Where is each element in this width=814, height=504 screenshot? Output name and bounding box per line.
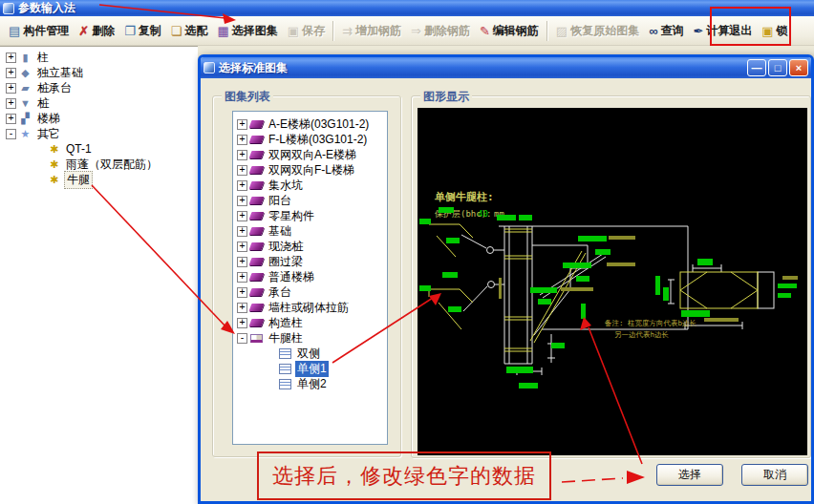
exp-plus[interactable] — [237, 318, 247, 328]
atlas-item-label: 牛腿柱 — [267, 330, 305, 346]
atlas-tree-item[interactable]: 基础 — [233, 223, 387, 239]
atlas-tree-item[interactable]: 普通楼梯 — [233, 269, 387, 284]
toolbar-separator — [332, 21, 334, 41]
atlas-tree-item[interactable]: 圈过梁 — [233, 254, 387, 269]
tree-item[interactable]: 独立基础 — [0, 65, 198, 80]
tree-item[interactable]: 牛腿 — [0, 172, 198, 187]
atlas-tree[interactable]: A-E楼梯(03G101-2) F-L楼梯(03G101-2) 双网双向A-E楼… — [232, 111, 388, 445]
calc-exit-icon — [693, 25, 703, 37]
close-button[interactable]: × — [789, 59, 808, 76]
app-icon — [3, 3, 14, 14]
minimize-button[interactable]: — — [747, 59, 766, 76]
select-atlas-icon — [218, 25, 229, 37]
tree-item[interactable]: 其它 — [0, 126, 198, 141]
exp-plus[interactable] — [6, 114, 16, 124]
atlas-tree-item[interactable]: 现浇桩 — [233, 239, 387, 254]
select-standard-atlas-dialog: 选择标准图集 — □ × 图集列表 A-E楼梯(03G101-2) F — [198, 54, 814, 504]
toolbar-button[interactable]: 计算退出 — [688, 20, 757, 42]
toolbar-button[interactable]: 删除钢筋 — [406, 20, 475, 42]
atlas-tree-item[interactable]: 集水坑 — [233, 178, 387, 193]
atlas-tree-item[interactable]: 承台 — [233, 284, 387, 300]
part-icon — [48, 159, 60, 170]
toolbar-button[interactable]: 编辑钢筋 — [475, 20, 544, 42]
tree-item[interactable]: QT-1 — [0, 141, 198, 157]
atlas-tree-item[interactable]: 双网双向A-E楼梯 — [233, 147, 387, 162]
toolbar-button[interactable]: 查询 — [644, 20, 688, 42]
toolbar-button-label: 恢复原始图集 — [570, 23, 639, 39]
atlas-tree-item[interactable]: 单侧1 — [233, 361, 387, 376]
delete-icon — [78, 25, 89, 37]
toolbar-button[interactable]: 删除 — [74, 20, 119, 42]
exp-minus[interactable] — [237, 333, 247, 344]
cad-note-line1: 备注: 柱宽度方向代表b边长 — [605, 319, 696, 327]
atlas-tree-item[interactable]: 单侧2 — [233, 376, 387, 391]
cancel-button[interactable]: 取消 — [741, 464, 808, 486]
toolbar-separator — [546, 21, 548, 41]
atlas-tree-item[interactable]: 墙柱或砌体拉筋 — [233, 300, 387, 315]
exp-plus[interactable] — [6, 68, 16, 78]
search-icon — [649, 25, 657, 37]
exp-minus[interactable] — [6, 129, 16, 139]
atlas-tree-item[interactable]: F-L楼梯(03G101-2) — [233, 132, 387, 147]
exp-plus[interactable] — [237, 135, 247, 145]
toolbar-button[interactable]: 保存 — [283, 20, 330, 42]
exp-plus[interactable] — [237, 226, 247, 237]
toolbar-button[interactable]: 构件管理 — [4, 20, 74, 42]
exp-plus[interactable] — [237, 150, 247, 160]
exp-plus[interactable] — [237, 211, 247, 221]
add-rebar-icon — [342, 25, 353, 37]
atlas-tree-item[interactable]: 双网双向F-L楼梯 — [233, 162, 387, 178]
atlas-tree-item[interactable]: A-E楼梯(03G101-2) — [233, 116, 387, 132]
book-icon — [249, 319, 265, 326]
toolbar-button[interactable]: 复制 — [119, 20, 166, 42]
exp-plus[interactable] — [237, 242, 247, 252]
atlas-tree-item[interactable]: 牛腿柱 — [233, 330, 387, 346]
exp-plus[interactable] — [237, 119, 247, 130]
tree-item[interactable]: 桩 — [0, 95, 198, 111]
dialog-body: 图集列表 A-E楼梯(03G101-2) F-L楼梯(03G101-2) — [201, 78, 811, 501]
atlas-item-label: 双网双向A-E楼梯 — [267, 147, 358, 163]
atlas-tree-item[interactable]: 构造柱 — [233, 315, 387, 330]
maximize-button[interactable]: □ — [768, 59, 787, 76]
doc-icon — [279, 364, 291, 374]
open-book-icon — [250, 334, 263, 343]
atlas-tree-item[interactable]: 阳台 — [233, 193, 387, 208]
cad-cover-value: 40 — [478, 209, 488, 219]
dialog-titlebar: 选择标准图集 — □ × — [201, 57, 811, 78]
atlas-item-label: 零星构件 — [267, 208, 316, 224]
toolbar-button-label: 构件管理 — [23, 23, 69, 39]
exp-plus[interactable] — [237, 287, 247, 298]
tree-item[interactable]: 楼梯 — [0, 111, 198, 126]
toolbar-button-label: 删除 — [92, 23, 115, 39]
book-icon — [249, 197, 265, 204]
tree-item-label: 牛腿 — [64, 171, 93, 189]
exp-plus[interactable] — [237, 257, 247, 267]
dialog-icon — [204, 62, 215, 74]
atlas-item-label: 单侧2 — [295, 376, 329, 392]
atlas-item-label: 集水坑 — [267, 178, 305, 194]
exp-plus[interactable] — [6, 98, 16, 109]
atlas-tree-item[interactable]: 双侧 — [233, 346, 387, 361]
component-manage-icon — [9, 25, 20, 37]
part-icon — [48, 175, 60, 185]
tree-item[interactable]: 柱 — [0, 50, 198, 65]
toolbar-button-label: 锁 — [777, 23, 788, 39]
toolbar-button[interactable]: 锁 — [757, 20, 792, 42]
atlas-item-label: F-L楼梯(03G101-2) — [267, 132, 369, 148]
toolbar-button[interactable]: 增加钢筋 — [337, 20, 406, 42]
tree-item[interactable]: 桩承台 — [0, 80, 198, 95]
exp-plus[interactable] — [6, 83, 16, 94]
select-button[interactable]: 选择 — [656, 464, 723, 486]
exp-plus[interactable] — [237, 303, 247, 313]
tree-item[interactable]: 雨蓬（双层配筋） — [0, 157, 198, 172]
exp-plus[interactable] — [237, 196, 247, 206]
exp-plus[interactable] — [237, 165, 247, 176]
exp-plus[interactable] — [237, 272, 247, 283]
cad-preview-canvas: 单侧牛腿柱: 保护层(bhc): 40 mm — [418, 108, 807, 455]
toolbar-button[interactable]: 选择图集 — [213, 20, 283, 42]
toolbar-button[interactable]: 选配 — [166, 20, 213, 42]
toolbar-button[interactable]: 恢复原始图集 — [551, 20, 644, 42]
exp-plus[interactable] — [237, 180, 247, 191]
atlas-tree-item[interactable]: 零星构件 — [233, 208, 387, 223]
exp-plus[interactable] — [6, 52, 16, 63]
